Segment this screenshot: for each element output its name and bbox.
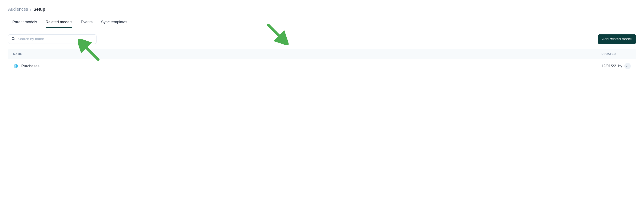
search-input[interactable] — [18, 37, 93, 41]
search-field-wrap[interactable] — [8, 34, 96, 44]
row-updated-date: 12/01/22 — [601, 64, 616, 68]
snowflake-icon — [13, 63, 18, 69]
breadcrumb-current: Setup — [34, 7, 46, 12]
tab-sync-templates[interactable]: Sync templates — [101, 18, 127, 28]
table-row[interactable]: Purchases 12/01/22 by JL — [8, 59, 636, 73]
tabs-nav: Parent models Related models Events Sync… — [8, 18, 636, 28]
breadcrumb-separator: / — [30, 7, 31, 12]
table-header: NAME UPDATED — [8, 49, 636, 59]
avatar: JL — [624, 63, 631, 69]
row-updated-cell: 12/01/22 by JL — [601, 63, 631, 69]
toolbar: Add related model — [8, 34, 636, 44]
tab-parent-models[interactable]: Parent models — [12, 18, 37, 28]
row-name-cell: Purchases — [13, 63, 40, 69]
search-icon — [11, 37, 15, 41]
svg-line-1 — [14, 39, 14, 40]
add-related-model-button[interactable]: Add related model — [598, 34, 636, 44]
tab-events[interactable]: Events — [81, 18, 92, 28]
row-updated-by-word: by — [618, 64, 622, 68]
column-header-name: NAME — [13, 52, 22, 56]
breadcrumb: Audiences / Setup — [8, 7, 636, 12]
tab-related-models[interactable]: Related models — [46, 18, 72, 28]
row-name-text: Purchases — [21, 64, 40, 68]
models-table: NAME UPDATED Purchases 12/01/22 by JL — [8, 49, 636, 73]
breadcrumb-parent-link[interactable]: Audiences — [8, 7, 28, 12]
column-header-updated: UPDATED — [602, 52, 631, 56]
